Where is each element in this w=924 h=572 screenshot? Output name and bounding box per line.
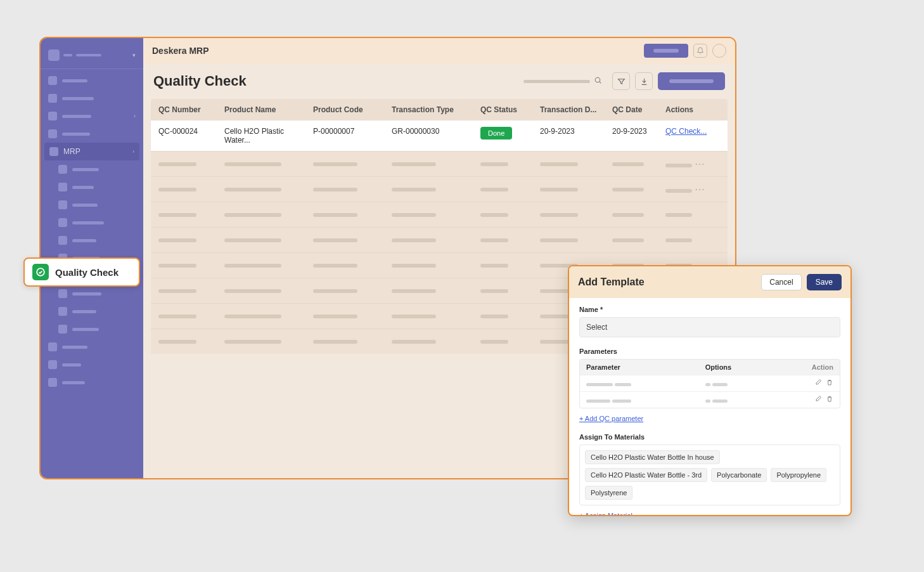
save-button[interactable]: Save bbox=[807, 274, 842, 290]
nav-icon bbox=[58, 165, 67, 174]
table-row-placeholder bbox=[151, 202, 728, 227]
name-select[interactable]: Select bbox=[579, 317, 840, 337]
sidebar-mrp-label: MRP bbox=[63, 147, 80, 156]
material-chip[interactable]: Polystyrene bbox=[585, 486, 632, 500]
cell-transaction-date: 20-9-2023 bbox=[532, 120, 605, 151]
delete-icon[interactable] bbox=[826, 395, 833, 405]
chevron-right-icon: › bbox=[132, 148, 134, 155]
table-row[interactable]: QC-000024 Cello H2O Plastic Water... P-0… bbox=[151, 120, 728, 151]
table-header: QC Number Product Name Product Code Tran… bbox=[151, 99, 728, 120]
assign-materials-label: Assign To Materials bbox=[579, 433, 840, 441]
nav-icon bbox=[58, 218, 67, 227]
nav-icon bbox=[49, 147, 58, 156]
material-chip[interactable]: Polycarbonate bbox=[711, 468, 767, 482]
material-chip[interactable]: Cello H2O Plastic Water Bottle - 3rd bbox=[585, 468, 707, 482]
cell-qc-number: QC-000024 bbox=[151, 120, 217, 151]
sidebar-subitem[interactable] bbox=[41, 302, 143, 320]
edit-icon[interactable] bbox=[814, 395, 822, 405]
sidebar-item[interactable] bbox=[41, 125, 143, 143]
page-title: Quality Check bbox=[153, 73, 247, 89]
placeholder-text bbox=[62, 363, 81, 367]
param-row bbox=[580, 375, 840, 391]
col-product-name[interactable]: Product Name bbox=[217, 99, 305, 120]
sidebar-brand[interactable]: ▾ bbox=[41, 44, 143, 66]
nav-icon bbox=[58, 236, 67, 245]
sidebar-item[interactable] bbox=[41, 89, 143, 107]
nav-icon bbox=[48, 112, 57, 120]
nav-icon bbox=[48, 129, 57, 138]
status-badge: Done bbox=[480, 127, 512, 140]
cell-transaction-type: GR-00000030 bbox=[384, 120, 473, 151]
placeholder-text bbox=[523, 80, 590, 83]
chevron-down-icon: ▾ bbox=[132, 52, 136, 58]
nav-icon bbox=[48, 360, 57, 369]
materials-chips: Cello H2O Plastic Water Bottle In house … bbox=[579, 445, 840, 505]
col-qc-status[interactable]: QC Status bbox=[473, 99, 532, 120]
placeholder-line bbox=[63, 54, 72, 56]
cell-actions: QC Check... bbox=[658, 120, 721, 151]
col-qc-date[interactable]: QC Date bbox=[605, 99, 658, 120]
sidebar-subitem[interactable] bbox=[41, 178, 143, 196]
nav-icon bbox=[48, 94, 57, 103]
nav-icon bbox=[58, 307, 67, 316]
sidebar-item[interactable] bbox=[41, 374, 143, 391]
table-row-placeholder: ⋯ bbox=[151, 176, 728, 202]
add-template-modal: Add Template Cancel Save Name * Select P… bbox=[568, 265, 852, 516]
cell-qc-status: Done bbox=[473, 120, 532, 151]
placeholder-line bbox=[76, 54, 101, 56]
material-chip[interactable]: Cello H2O Plastic Water Bottle In house bbox=[585, 450, 720, 464]
assign-material-link[interactable]: + Assign Material bbox=[579, 512, 632, 515]
primary-action-button[interactable] bbox=[658, 72, 725, 90]
topbar-primary-button[interactable] bbox=[644, 44, 688, 58]
parameters-table: Parameter Options Action bbox=[579, 359, 840, 408]
sidebar-subitem[interactable] bbox=[41, 196, 143, 214]
sidebar-item-mrp[interactable]: MRP › bbox=[44, 143, 139, 160]
modal-title: Add Template bbox=[578, 276, 645, 288]
col-product-code[interactable]: Product Code bbox=[305, 99, 384, 120]
nav-icon bbox=[58, 289, 67, 298]
sidebar-item[interactable]: › bbox=[41, 107, 143, 125]
col-transaction-date[interactable]: Transaction D... bbox=[532, 99, 605, 120]
placeholder-text bbox=[72, 292, 101, 296]
cancel-button[interactable]: Cancel bbox=[761, 274, 801, 290]
table-row-placeholder bbox=[151, 227, 728, 252]
placeholder-text bbox=[72, 221, 104, 224]
sidebar-item[interactable] bbox=[41, 338, 143, 356]
search-input[interactable] bbox=[518, 72, 607, 90]
placeholder-text bbox=[72, 204, 98, 207]
delete-icon[interactable] bbox=[826, 379, 833, 388]
search-icon bbox=[594, 76, 602, 86]
sidebar-item[interactable] bbox=[41, 72, 143, 89]
export-button[interactable] bbox=[635, 72, 653, 90]
col-qc-number[interactable]: QC Number bbox=[151, 99, 217, 120]
table-row-placeholder: ⋯ bbox=[151, 151, 728, 176]
edit-icon[interactable] bbox=[814, 379, 822, 388]
param-table-header: Parameter Options Action bbox=[580, 360, 840, 375]
topbar: Deskera MRP bbox=[143, 38, 735, 63]
sidebar-subitem[interactable] bbox=[41, 214, 143, 231]
nav-icon bbox=[48, 342, 57, 351]
sidebar-subitem[interactable] bbox=[41, 320, 143, 338]
nav-icon bbox=[58, 183, 67, 192]
material-chip[interactable]: Polypropylene bbox=[771, 468, 826, 482]
nav-icon bbox=[58, 325, 67, 334]
bell-icon[interactable] bbox=[693, 44, 707, 58]
cell-qc-date: 20-9-2023 bbox=[605, 120, 658, 151]
placeholder-text bbox=[72, 168, 99, 171]
modal-body: Name * Select Parameters Parameter Optio… bbox=[569, 298, 850, 515]
col-actions[interactable]: Actions bbox=[658, 99, 721, 120]
sidebar-subitem[interactable] bbox=[41, 160, 143, 178]
sidebar-subitem[interactable] bbox=[41, 231, 143, 249]
qc-check-link[interactable]: QC Check... bbox=[665, 127, 707, 136]
nav-icon bbox=[48, 76, 57, 85]
filter-button[interactable] bbox=[612, 72, 630, 90]
user-avatar[interactable] bbox=[712, 44, 726, 58]
sidebar-item[interactable] bbox=[41, 356, 143, 374]
sidebar-subitem[interactable] bbox=[41, 285, 143, 302]
placeholder-text bbox=[62, 115, 91, 118]
add-qc-parameter-link[interactable]: + Add QC parameter bbox=[579, 415, 643, 422]
floating-quality-check-tag[interactable]: Quality Check bbox=[23, 257, 140, 287]
param-col-parameter: Parameter bbox=[586, 363, 705, 371]
col-transaction-type[interactable]: Transaction Type bbox=[384, 99, 473, 120]
placeholder-text bbox=[62, 381, 85, 384]
